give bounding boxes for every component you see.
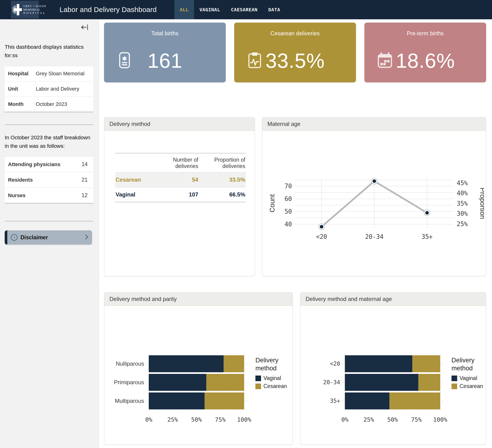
svg-text:35+: 35+ xyxy=(330,398,340,404)
value-box-total-births: Total births 161 xyxy=(104,23,226,82)
hospital-cross-icon xyxy=(13,3,22,17)
svg-text:45%: 45% xyxy=(457,179,468,187)
tab-data[interactable]: DATA xyxy=(263,0,286,19)
table-row: Residents 21 xyxy=(5,172,93,188)
sidebar-intro-text: This dashboard displays statistics for:s… xyxy=(5,19,92,60)
navbar: GREY + SLOAN MEMORIAL H O S P I T A L La… xyxy=(0,0,492,19)
svg-text:35+: 35+ xyxy=(422,233,433,240)
page-title: Labor and Delivery Dashboard xyxy=(60,6,157,14)
svg-text:25%: 25% xyxy=(167,416,178,423)
staff-intro-text: In October 2023 the staff breakdown in t… xyxy=(5,133,92,150)
svg-text:Cesarean: Cesarean xyxy=(460,383,483,389)
main-content: Total births 161 xyxy=(99,19,492,448)
table-row: Attending physicians 14 xyxy=(5,157,93,172)
card-delivery-maternal-age: Delivery method and maternal age <2020-3… xyxy=(300,292,486,445)
nav-tabs: ALL VAGINAL CAESAREAN DATA xyxy=(174,0,286,19)
card-title: Delivery method and maternal age xyxy=(300,292,486,306)
svg-text:25%: 25% xyxy=(363,416,374,423)
svg-text:60: 60 xyxy=(285,195,292,202)
svg-text:25%: 25% xyxy=(457,220,468,228)
card-maternal-age: Maternal age 4050607025%30%35%40%45%<202… xyxy=(262,117,486,276)
sidebar-collapse-icon[interactable] xyxy=(81,24,88,31)
card-title: Maternal age xyxy=(262,117,486,131)
svg-text:Multiparous: Multiparous xyxy=(115,398,144,404)
svg-text:0%: 0% xyxy=(145,416,152,423)
svg-text:Count: Count xyxy=(268,194,276,212)
svg-text:method: method xyxy=(451,365,473,372)
column-header: Proportion of deliveries xyxy=(199,153,246,172)
disclaimer-button[interactable]: i Disclaimer xyxy=(5,230,92,244)
clipboard-pulse-icon xyxy=(246,51,263,70)
svg-text:Cesarean: Cesarean xyxy=(263,383,287,389)
svg-text:Vaginal: Vaginal xyxy=(460,375,477,381)
delivery-method-table: Number of deliveries Proportion of deliv… xyxy=(115,153,246,202)
value-box-cesarean: Cesarean deliveries 33.5% xyxy=(234,23,356,82)
calendar-week-icon xyxy=(376,51,394,70)
table-row: Unit Labor and Delivery xyxy=(5,81,93,97)
sidebar: This dashboard displays statistics for:s… xyxy=(0,19,99,448)
value-box-row: Total births 161 xyxy=(104,23,486,82)
unit-info-table: Hospital Grey Sloan Memorial Unit Labor … xyxy=(5,66,93,112)
table-row: Hospital Grey Sloan Memorial xyxy=(5,66,93,81)
svg-text:Proportion: Proportion xyxy=(479,188,484,219)
parity-chart: NulliparousPrimiparousMultiparous0%25%50… xyxy=(104,353,293,429)
sidebar-divider xyxy=(5,124,93,125)
svg-text:30%: 30% xyxy=(457,210,468,217)
card-delivery-method: Delivery method Number of deliveries Pro… xyxy=(104,117,255,276)
staff-table: Attending physicians 14 Residents 21 Nur… xyxy=(5,157,93,204)
column-header: Number of deliveries xyxy=(156,153,199,172)
svg-text:Nulliparous: Nulliparous xyxy=(116,360,144,367)
chevron-right-icon xyxy=(85,234,88,241)
svg-text:<20: <20 xyxy=(316,233,327,240)
svg-text:100%: 100% xyxy=(237,416,251,423)
tab-vaginal[interactable]: VAGINAL xyxy=(194,0,226,19)
svg-text:20-34: 20-34 xyxy=(365,233,383,240)
sidebar-divider xyxy=(5,221,93,221)
value-box-preterm: Pre-term births xyxy=(364,23,486,82)
table-row: Cesarean 54 33.5% xyxy=(115,172,246,187)
svg-text:<20: <20 xyxy=(330,360,340,367)
table-row: Month October 2023 xyxy=(5,97,93,112)
maternal-age-chart: 4050607025%30%35%40%45%<2020-3435+CountP… xyxy=(262,176,486,250)
table-row: Vaginal 107 66.5% xyxy=(115,187,246,202)
hospital-logo-text: GREY + SLOAN MEMORIAL H O S P I T A L xyxy=(23,4,46,15)
svg-text:35%: 35% xyxy=(457,200,468,207)
svg-text:Primiparous: Primiparous xyxy=(114,379,144,385)
svg-text:20-34: 20-34 xyxy=(323,379,340,386)
tab-caesarean[interactable]: CAESAREAN xyxy=(226,0,263,19)
svg-text:0%: 0% xyxy=(341,416,348,423)
preterm-rate-value: 18.6% xyxy=(396,49,455,72)
svg-text:50%: 50% xyxy=(191,416,202,423)
svg-text:50%: 50% xyxy=(387,416,398,423)
svg-text:Vaginal: Vaginal xyxy=(263,375,281,381)
svg-text:Delivery: Delivery xyxy=(451,357,475,364)
info-icon: i xyxy=(11,234,17,241)
svg-text:Delivery: Delivery xyxy=(256,357,278,364)
file-medical-icon xyxy=(116,51,133,70)
hospital-logo: GREY + SLOAN MEMORIAL H O S P I T A L xyxy=(11,1,39,19)
svg-text:75%: 75% xyxy=(215,416,226,423)
table-row: Nurses 12 xyxy=(5,188,93,204)
tab-all[interactable]: ALL xyxy=(174,0,194,19)
svg-text:75%: 75% xyxy=(411,416,422,423)
total-births-value: 161 xyxy=(147,49,182,72)
svg-text:method: method xyxy=(256,365,277,372)
svg-text:50: 50 xyxy=(285,208,292,215)
card-title: Delivery method xyxy=(104,117,255,131)
svg-text:100%: 100% xyxy=(433,416,447,423)
card-title: Delivery method and parity xyxy=(104,292,293,306)
svg-text:70: 70 xyxy=(285,183,292,190)
card-delivery-parity: Delivery method and parity NulliparousPr… xyxy=(104,292,293,445)
svg-text:40%: 40% xyxy=(457,190,468,197)
age-method-chart: <2020-3435+0%25%50%75%100%Deliverymethod… xyxy=(300,353,486,429)
svg-text:40: 40 xyxy=(285,221,292,228)
cesarean-rate-value: 33.5% xyxy=(266,49,325,72)
